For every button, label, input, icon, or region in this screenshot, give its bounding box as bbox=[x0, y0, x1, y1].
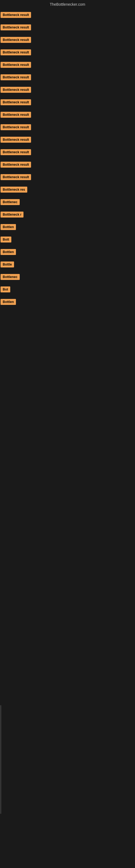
list-item[interactable]: Bottlen bbox=[0, 247, 135, 258]
bottleneck-badge[interactable]: Bottlen bbox=[1, 299, 16, 305]
bottleneck-badge[interactable]: Bot bbox=[1, 286, 10, 292]
bottleneck-badge[interactable]: Bottlenec bbox=[1, 274, 20, 280]
list-item[interactable]: Bottle bbox=[0, 259, 135, 271]
list-item[interactable]: Bottleneck result bbox=[0, 85, 135, 96]
vertical-line-decoration bbox=[1, 705, 1, 814]
list-item[interactable]: Bottleneck result bbox=[0, 10, 135, 21]
bottleneck-badge[interactable]: Bottleneck result bbox=[1, 74, 31, 80]
list-item[interactable]: Bottleneck result bbox=[0, 172, 135, 183]
list-item[interactable]: Bott bbox=[0, 235, 135, 246]
bottleneck-badge[interactable]: Bottleneck result bbox=[1, 162, 31, 167]
bottleneck-badge[interactable]: Bottleneck r bbox=[1, 212, 24, 218]
bottleneck-badge[interactable]: Bottle bbox=[1, 261, 14, 268]
site-title: TheBottlenecker.com bbox=[0, 0, 135, 9]
list-item[interactable]: Bottleneck result bbox=[0, 60, 135, 71]
list-item[interactable]: Bottleneck res bbox=[0, 184, 135, 196]
list-item[interactable]: Bottlen bbox=[0, 297, 135, 308]
list-item[interactable]: Bottleneck r bbox=[0, 209, 135, 221]
bottleneck-badge[interactable]: Bottleneck result bbox=[1, 174, 31, 180]
list-item[interactable]: Bottlen bbox=[0, 222, 135, 233]
bottleneck-badge[interactable]: Bottleneck result bbox=[1, 87, 31, 93]
list-item[interactable]: Bottleneck result bbox=[0, 72, 135, 84]
bottleneck-badge[interactable]: Bottleneck result bbox=[1, 124, 31, 130]
bottleneck-badge[interactable]: Bottleneck result bbox=[1, 12, 31, 18]
bottleneck-badge[interactable]: Bott bbox=[1, 237, 11, 243]
bottleneck-badge[interactable]: Bottleneck result bbox=[1, 112, 31, 118]
list-item[interactable]: Bottleneck result bbox=[0, 122, 135, 133]
list-item[interactable]: Bottleneck result bbox=[0, 110, 135, 121]
bottleneck-badge[interactable]: Bottleneck result bbox=[1, 50, 31, 55]
bottleneck-badge[interactable]: Bottleneck result bbox=[1, 149, 31, 155]
list-item[interactable]: Bottleneck result bbox=[0, 134, 135, 146]
bottleneck-badge[interactable]: Bottlen bbox=[1, 249, 16, 255]
bottleneck-list: Bottleneck resultBottleneck resultBottle… bbox=[0, 9, 135, 310]
bottleneck-badge[interactable]: Bottlenec bbox=[1, 199, 20, 205]
bottleneck-badge[interactable]: Bottleneck result bbox=[1, 62, 31, 68]
bottleneck-badge[interactable]: Bottlen bbox=[1, 224, 16, 230]
list-item[interactable]: Bottlenec bbox=[0, 197, 135, 208]
list-item[interactable]: Bottleneck result bbox=[0, 97, 135, 108]
list-item[interactable]: Bot bbox=[0, 284, 135, 296]
list-item[interactable]: Bottleneck result bbox=[0, 22, 135, 34]
bottleneck-badge[interactable]: Bottleneck result bbox=[1, 137, 31, 143]
list-item[interactable]: Bottleneck result bbox=[0, 147, 135, 158]
bottleneck-badge[interactable]: Bottleneck result bbox=[1, 37, 31, 43]
site-title-text: TheBottlenecker.com bbox=[50, 2, 85, 6]
list-item[interactable]: Bottleneck result bbox=[0, 47, 135, 59]
list-item[interactable]: Bottleneck result bbox=[0, 35, 135, 46]
bottleneck-badge[interactable]: Bottleneck result bbox=[1, 99, 31, 105]
bottleneck-badge[interactable]: Bottleneck res bbox=[1, 187, 27, 193]
list-item[interactable]: Bottlenec bbox=[0, 272, 135, 283]
list-item[interactable]: Bottleneck result bbox=[0, 159, 135, 171]
bottleneck-badge[interactable]: Bottleneck result bbox=[1, 24, 31, 30]
